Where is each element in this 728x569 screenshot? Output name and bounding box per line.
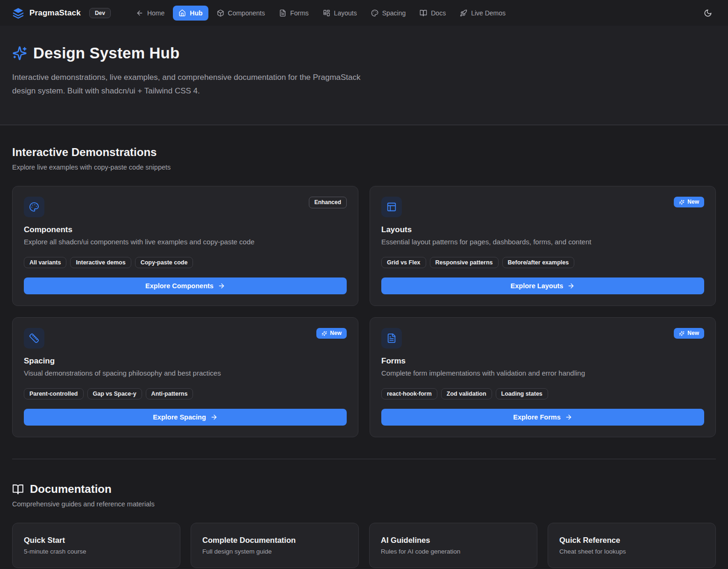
brand-name: PragmaStack [29,8,81,18]
card-title: Spacing [24,356,347,366]
cta-label: Explore Components [145,282,214,290]
cta-label: Explore Spacing [153,413,206,421]
badge-label: New [687,330,699,337]
doc-card-quick-start[interactable]: Quick Start 5-minute crash course [12,523,180,568]
card-title: Components [24,225,347,235]
file-text-icon [279,9,286,17]
tag-list: All variants Interactive demos Copy-past… [24,257,347,268]
page-title: Design System Hub [33,44,179,62]
card-description: Essential layout patterns for pages, das… [381,238,704,246]
explore-spacing-button[interactable]: Explore Spacing [24,409,347,426]
doc-card-title: Complete Documentation [202,536,347,545]
house-icon [178,9,186,17]
doc-card-description: Rules for AI code generation [381,548,526,555]
doc-card-description: 5-minute crash course [24,548,169,555]
sparkles-icon [679,331,685,336]
arrow-left-icon [136,9,143,17]
tag: Gap vs Space-y [87,388,142,399]
demo-card-spacing: New Spacing Visual demonstrations of spa… [12,317,358,437]
navbar: PragmaStack Dev Home Hub Components Form… [0,0,728,26]
arrow-right-icon [210,413,218,421]
main-content: Interactive Demonstrations Explore live … [0,125,728,569]
explore-layouts-button[interactable]: Explore Layouts [381,277,704,294]
nav-label: Hub [190,9,202,17]
badge-label: New [330,330,342,337]
doc-card-description: Cheat sheet for lookups [559,548,704,555]
nav-item-spacing[interactable]: Spacing [365,6,412,21]
nav-item-layouts[interactable]: Layouts [317,6,363,21]
brand[interactable]: PragmaStack Dev [12,7,111,19]
tag: Grid vs Flex [381,257,426,268]
section-divider [12,459,716,459]
doc-card-grid: Quick Start 5-minute crash course Comple… [12,523,716,568]
card-description: Visual demonstrations of spacing philoso… [24,369,347,377]
nav-label: Layouts [334,9,357,17]
hero-section: Design System Hub Interactive demonstrat… [0,26,728,125]
doc-card-title: AI Guidelines [381,536,526,545]
page-subtitle: Interactive demonstrations, live example… [12,71,362,98]
nav-label: Live Demos [471,9,506,17]
explore-forms-button[interactable]: Explore Forms [381,409,704,426]
layers-icon [12,7,24,19]
demos-section: Interactive Demonstrations Explore live … [12,146,716,437]
arrow-right-icon [218,282,225,290]
tag: react-hook-form [381,388,437,399]
nav-item-docs[interactable]: Docs [414,6,451,21]
book-open-icon [420,9,427,17]
demo-card-grid: Enhanced Components Explore all shadcn/u… [12,186,716,437]
new-badge: New [674,197,704,207]
tag: Zod validation [441,388,492,399]
tag: Parent-controlled [24,388,84,399]
card-description: Complete form implementations with valid… [381,369,704,377]
tag-list: react-hook-form Zod validation Loading s… [381,388,704,399]
palette-icon [24,197,44,217]
rocket-icon [460,9,467,17]
tag-list: Parent-controlled Gap vs Space-y Anti-pa… [24,388,347,399]
demo-card-layouts: New Layouts Essential layout patterns fo… [370,186,716,306]
nav-label: Components [228,9,265,17]
nav-item-forms[interactable]: Forms [273,6,314,21]
cta-label: Explore Forms [513,413,561,421]
tag: Anti-patterns [146,388,193,399]
tag: Before/after examples [502,257,575,268]
nav-item-live-demos[interactable]: Live Demos [454,6,511,21]
explore-components-button[interactable]: Explore Components [24,277,347,294]
doc-card-complete-documentation[interactable]: Complete Documentation Full design syste… [191,523,359,568]
doc-card-title: Quick Reference [559,536,704,545]
nav-item-components[interactable]: Components [211,6,271,21]
palette-icon [371,9,378,17]
tag: All variants [24,257,66,268]
nav-item-home[interactable]: Home [130,6,170,21]
nav-label: Forms [290,9,309,17]
nav-label: Spacing [382,9,406,17]
sparkles-icon [679,199,685,205]
enhanced-badge: Enhanced [309,197,347,208]
card-title: Layouts [381,225,704,235]
documentation-subtitle: Comprehensive guides and reference mater… [12,500,716,508]
nav-label: Home [147,9,164,17]
documentation-title: Documentation [30,483,112,496]
demos-title: Interactive Demonstrations [12,146,716,159]
layout-grid-icon [323,9,330,17]
tag-list: Grid vs Flex Responsive patterns Before/… [381,257,704,268]
tag: Copy-paste code [135,257,193,268]
main-nav: Home Hub Components Forms Layouts Spacin… [130,6,511,21]
nav-item-hub[interactable]: Hub [173,6,208,21]
cta-label: Explore Layouts [511,282,564,290]
theme-toggle-button[interactable] [700,5,716,21]
box-icon [217,9,224,17]
doc-card-title: Quick Start [24,536,169,545]
ruler-icon [24,328,44,349]
doc-card-ai-guidelines[interactable]: AI Guidelines Rules for AI code generati… [369,523,537,568]
demos-subtitle: Explore live examples with copy-paste co… [12,164,716,171]
doc-card-quick-reference[interactable]: Quick Reference Cheat sheet for lookups [548,523,716,568]
moon-icon [704,9,712,17]
sparkles-icon [321,331,327,336]
panels-top-icon [381,197,402,217]
tag: Loading states [496,388,548,399]
arrow-right-icon [567,282,575,290]
new-badge: New [674,328,704,339]
demo-card-forms: New Forms Complete form implementations … [370,317,716,437]
dev-badge: Dev [89,8,111,18]
sparkles-icon [12,46,27,61]
